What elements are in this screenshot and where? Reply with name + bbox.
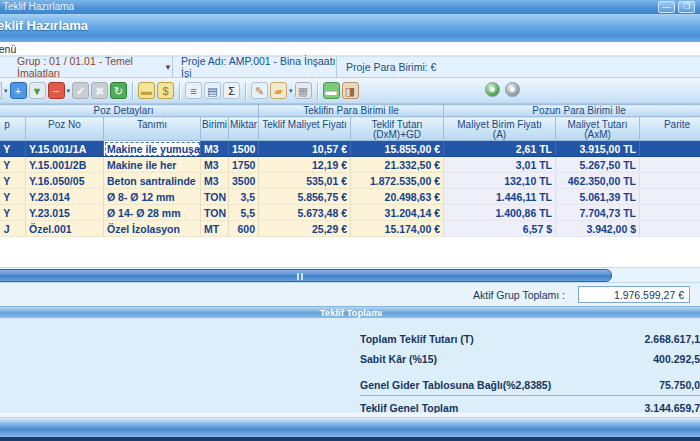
grid-cell[interactable]: Makine ile her (104, 157, 201, 173)
grid-cell[interactable]: 3 (640, 221, 700, 237)
exit-door-icon[interactable]: ◨ (342, 82, 359, 99)
grid-cell[interactable]: Y (0, 189, 26, 205)
edit-icon[interactable]: ✎ (251, 82, 268, 99)
grid-cell[interactable]: 31.204,14 € (351, 205, 444, 221)
note-icon[interactable]: ▬ (138, 82, 155, 99)
grid-cell[interactable]: 1.872.535,00 € (351, 173, 444, 189)
grid-cell[interactable]: 5,5 (229, 205, 259, 221)
grid-cell[interactable]: Y.15.001/1A (26, 141, 104, 157)
grid-cell[interactable]: Y.16.050/05 (26, 173, 104, 189)
grid-column-header[interactable]: Parite (640, 117, 700, 141)
grid-cell[interactable]: Y.15.001/2B (26, 157, 104, 173)
delete-row-icon[interactable]: − (48, 82, 65, 99)
grid-cell[interactable]: 535,01 € (259, 173, 351, 189)
grid-cell[interactable]: Beton santralinde (104, 173, 201, 189)
grid-cell[interactable]: 5.267,50 TL (556, 157, 640, 173)
grid-cell[interactable]: 1500 (229, 141, 259, 157)
grid-column-header[interactable]: Maliyet Tutarı(AxM) (556, 117, 640, 141)
grid-cell[interactable]: 3.942,00 $ (556, 221, 640, 237)
chevron-down-icon[interactable]: ▾ (4, 82, 8, 99)
table-row[interactable]: YY.23.014Ø 8- Ø 12 mmTON3,55.856,75 €20.… (0, 189, 700, 205)
grid-cell[interactable]: 10,57 € (259, 141, 351, 157)
sum-icon[interactable]: Σ (223, 82, 240, 99)
scrollbar-thumb[interactable] (0, 269, 612, 282)
grid-cell[interactable]: 5.061,39 TL (556, 189, 640, 205)
table-row[interactable]: YY.15.001/1AMakine ile yumuşakM3150010,5… (0, 141, 700, 157)
grid-cell[interactable]: Özel.001 (26, 221, 104, 237)
grid-cell[interactable]: 2,61 TL (444, 141, 556, 157)
grid-cell[interactable]: 5.673,48 € (259, 205, 351, 221)
grid-cell[interactable]: 4 (640, 173, 700, 189)
table-row[interactable]: YY.15.001/2BMakine ile herM3175012,19 €2… (0, 157, 700, 173)
grid-cell[interactable]: 132,10 TL (444, 173, 556, 189)
grid-cell[interactable]: M3 (201, 157, 229, 173)
grid-cell[interactable]: 3,5 (229, 189, 259, 205)
grid-cell[interactable]: Y.23.014 (26, 189, 104, 205)
grid-cell[interactable]: 600 (229, 221, 259, 237)
record-prev-icon[interactable] (485, 82, 500, 97)
grid-cell[interactable]: 3,01 TL (444, 157, 556, 173)
grid-cell[interactable]: Y (0, 157, 26, 173)
grid-cell[interactable]: Y (0, 205, 26, 221)
grid-cell[interactable]: 1750 (229, 157, 259, 173)
grid-cell[interactable]: Y (0, 141, 26, 157)
partial-icon[interactable] (0, 82, 2, 99)
grid-cell[interactable]: 21.332,50 € (351, 157, 444, 173)
tree-icon[interactable]: ≡ (185, 82, 202, 99)
cancel-icon[interactable]: ✖ (91, 82, 108, 99)
grid-cell[interactable]: 3500 (229, 173, 259, 189)
print-icon[interactable]: ▦ (295, 82, 312, 99)
maximize-icon[interactable]: ❐ (678, 1, 695, 13)
grid-cell[interactable]: TON (201, 205, 229, 221)
folder-icon[interactable]: ▰ (270, 82, 287, 99)
grid-cell[interactable]: 7.704,73 TL (556, 205, 640, 221)
grid-cell[interactable]: MT (201, 221, 229, 237)
record-next-icon[interactable] (505, 82, 520, 97)
insert-row-icon[interactable]: ▼ (29, 82, 46, 99)
table-row[interactable]: YY.16.050/05Beton santralindeM33500535,0… (0, 173, 700, 189)
active-group-total-field[interactable]: 1.976.599,27 € (578, 286, 690, 303)
grid-cell[interactable]: 6,57 $ (444, 221, 556, 237)
refresh-icon[interactable]: ↻ (110, 82, 127, 99)
grid-cell[interactable]: 4 (640, 205, 700, 221)
grid-cell[interactable]: 25,29 € (259, 221, 351, 237)
chevron-down-icon[interactable]: ▾ (289, 82, 293, 99)
grid-column-header[interactable]: Birimi (201, 117, 229, 141)
grid-cell[interactable]: 1.400,86 TL (444, 205, 556, 221)
grid-column-header[interactable]: Teklif Tutarı(DxM)+GD (351, 117, 444, 141)
grid-cell[interactable]: J (0, 221, 26, 237)
grid-cell[interactable]: 15.174,00 € (351, 221, 444, 237)
grid-cell[interactable]: Y (0, 173, 26, 189)
grid-cell[interactable]: 5.856,75 € (259, 189, 351, 205)
group-tree-icon[interactable]: ▤ (204, 82, 221, 99)
grid-cell[interactable]: 15.855,00 € (351, 141, 444, 157)
grid-cell[interactable]: 462.350,00 TL (556, 173, 640, 189)
chevron-down-icon[interactable]: ▾ (67, 82, 71, 99)
grid-cell[interactable]: Özel İzolasyon (104, 221, 201, 237)
grid-column-header[interactable]: Teklif Maliyet Fiyatı (259, 117, 351, 141)
card-icon[interactable]: ▬ (323, 82, 340, 99)
grid-cell[interactable]: 4 (640, 157, 700, 173)
grid-column-header[interactable]: Tanımı (104, 117, 201, 141)
table-row[interactable]: YY.23.015Ø 14- Ø 28 mmTON5,55.673,48 €31… (0, 205, 700, 221)
apply-icon[interactable]: ✔ (72, 82, 89, 99)
grid-cell[interactable]: Ø 8- Ø 12 mm (104, 189, 201, 205)
menu-item-menu[interactable]: Menü (0, 43, 16, 55)
table-row[interactable]: JÖzel.001Özel İzolasyonMT60025,29 €15.17… (0, 221, 700, 237)
group-selector[interactable]: Grup : 01 / 01.01 - Temel İmalatları ▼ (0, 57, 173, 77)
grid-column-header[interactable]: Miktar (229, 117, 259, 141)
grid-cell[interactable]: 4 (640, 189, 700, 205)
grid-cell[interactable]: 20.498,63 € (351, 189, 444, 205)
grid-cell[interactable]: 1.446,11 TL (444, 189, 556, 205)
grid-cell[interactable]: Ø 14- Ø 28 mm (104, 205, 201, 221)
grid-column-header[interactable]: Poz No (26, 117, 104, 141)
grid-cell[interactable]: Y.23.015 (26, 205, 104, 221)
grid-cell[interactable]: 3.915,00 TL (556, 141, 640, 157)
grid-cell[interactable]: 4 (640, 141, 700, 157)
add-row-icon[interactable]: + (10, 82, 27, 99)
money-note-icon[interactable]: $ (157, 82, 174, 99)
horizontal-scrollbar[interactable] (0, 267, 700, 283)
grid-cell[interactable]: Makine ile yumuşak (104, 141, 201, 157)
grid-cell[interactable]: M3 (201, 141, 229, 157)
grid-cell[interactable]: TON (201, 189, 229, 205)
